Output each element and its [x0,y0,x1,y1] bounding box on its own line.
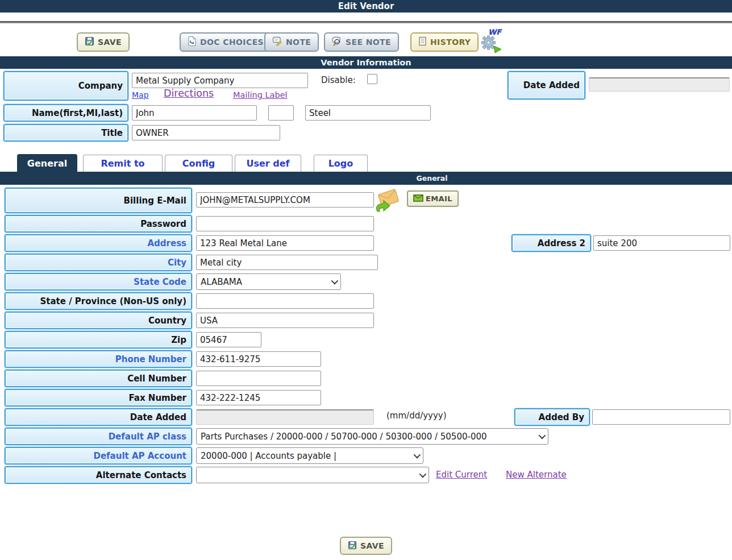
wf-label: WF [488,28,501,36]
default-ap-account-select[interactable]: 20000-000 | Accounts payable | [196,447,423,464]
disable-label: Disable: [321,75,356,85]
address-input[interactable] [196,235,374,251]
country-row: Country [0,312,732,329]
password-row: Password [0,215,732,233]
general-section-title: General [417,174,448,182]
divider [0,21,732,24]
vendor-information-header: Vendor Information [0,56,732,69]
default-ap-class-label[interactable]: Default AP class [5,428,192,445]
tab-general[interactable]: General [17,154,77,172]
address2-label: Address 2 [511,234,591,252]
email-button[interactable]: EMAIL [407,190,459,207]
city-label[interactable]: City [5,254,192,271]
address-label[interactable]: Address [5,234,192,252]
alternate-contacts-row: Alternate Contacts Edit Current New Alte… [0,466,732,484]
mailing-label-link[interactable]: Mailing Label [233,90,288,99]
note-button[interactable]: NOTE [264,32,319,52]
directions-link[interactable]: Directions [164,88,214,99]
edit-vendor-page: Edit Vendor SAVE DOC CHOICES NOTE SE [0,0,732,560]
phone-row: Phone Number [0,350,732,368]
date-added-top-input [589,77,730,92]
page-title: Edit Vendor [338,1,394,11]
bottom-save-label: SAVE [360,541,384,550]
default-ap-class-select[interactable]: Parts Purchases / 20000-000 / 50700-000 … [196,428,548,445]
tab-config[interactable]: Config [165,155,232,172]
date-added-top-label: Date Added [508,71,585,99]
zip-input[interactable] [196,332,261,347]
history-button[interactable]: HISTORY [410,32,479,52]
password-label: Password [5,215,192,233]
billing-email-input[interactable] [196,192,374,208]
see-note-button[interactable]: SEE NOTE [324,32,399,52]
bottom-save-button[interactable]: SAVE [340,537,392,555]
billing-email-row: Billing E-Mail EMAIL [0,188,732,213]
added-by-input[interactable] [592,409,730,425]
state-province-row: State / Province (Non-US only) [0,292,732,310]
tab-remit-to[interactable]: Remit to [83,155,163,172]
company-label: Company [3,71,128,101]
phone-number-input[interactable] [196,351,321,367]
envelope-icon [413,194,423,204]
date-added-input [196,409,374,425]
date-added-row: Date Added (mm/dd/yyyy) Added By [0,408,732,426]
alternate-contacts-select[interactable] [196,467,429,483]
save-floppy-icon [348,541,357,551]
history-doc-icon [418,36,427,48]
fax-row: Fax Number [0,389,732,406]
middle-initial-input[interactable] [268,105,294,121]
last-name-input[interactable] [305,105,431,121]
state-code-row: State Code ALABAMA [0,273,732,291]
fax-number-input[interactable] [196,390,321,405]
state-province-label: State / Province (Non-US only) [5,292,192,310]
state-code-select[interactable]: ALABAMA [196,273,341,290]
doc-choices-button[interactable]: DOC CHOICES [180,32,272,52]
history-label: HISTORY [430,38,471,47]
name-label: Name(first,MI,last) [3,104,128,122]
save-button-label: SAVE [98,38,122,47]
chevron-down-icon [331,277,339,285]
country-input[interactable] [196,313,374,328]
title-input[interactable] [132,125,280,140]
cell-number-label: Cell Number [5,370,192,387]
first-name-input[interactable] [132,105,257,121]
vendor-info-section: Company Disable: Map Directions Mailing … [0,69,732,143]
footer: SAVE [0,537,732,555]
toolbar: SAVE DOC CHOICES NOTE SEE NOTE HISTORY [0,32,732,55]
address-row: Address Address 2 [0,234,732,252]
send-email-icon[interactable] [373,189,401,217]
general-section-header: General [0,172,732,185]
cell-number-input[interactable] [196,371,321,386]
tab-bar: General Remit to Config User def Logo [0,154,732,172]
cell-row: Cell Number [0,370,732,387]
vendor-information-title: Vendor Information [321,58,411,67]
default-ap-account-row: Default AP Account 20000-000 | Accounts … [0,447,732,464]
tab-logo[interactable]: Logo [314,155,368,172]
city-row: City [0,254,732,271]
state-province-input[interactable] [196,293,374,309]
default-ap-account-label[interactable]: Default AP Account [5,447,192,464]
disable-checkbox[interactable] [367,74,377,84]
save-button[interactable]: SAVE [77,32,130,52]
state-code-label[interactable]: State Code [5,273,192,291]
fax-number-label: Fax Number [5,389,192,406]
page-title-bar: Edit Vendor [0,0,732,13]
password-input[interactable] [196,216,374,231]
city-input[interactable] [196,255,378,270]
added-by-label: Added By [514,408,590,426]
edit-current-link[interactable]: Edit Current [436,470,487,480]
note-label: NOTE [286,38,311,47]
workflow-icon[interactable]: WF [479,29,505,55]
tab-user-def[interactable]: User def [235,155,301,172]
note-magnifier-icon [332,36,342,48]
default-ap-class-row: Default AP class Parts Purchases / 20000… [0,428,732,445]
zip-label: Zip [5,331,192,349]
email-button-label: EMAIL [426,194,452,203]
company-input[interactable] [132,73,308,88]
new-alternate-link[interactable]: New Alternate [506,470,567,480]
phone-number-label[interactable]: Phone Number [5,350,192,368]
address2-input[interactable] [593,235,730,251]
chevron-down-icon [414,451,421,459]
map-link[interactable]: Map [132,90,149,99]
billing-email-label: Billing E-Mail [5,188,192,213]
see-note-label: SEE NOTE [346,38,391,47]
